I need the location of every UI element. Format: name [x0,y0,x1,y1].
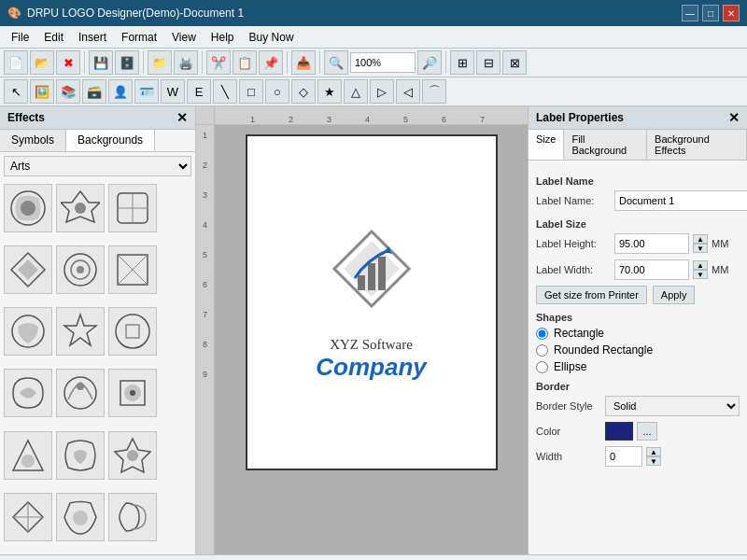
tb-rect[interactable]: □ [239,79,263,104]
effect-item[interactable] [108,431,157,480]
tb-arrow-r[interactable]: ▷ [370,79,394,104]
border-style-select[interactable]: Solid Dashed Dotted None [605,396,740,416]
effect-item[interactable] [56,493,105,541]
tb-user[interactable]: 👤 [108,79,133,104]
tb-zoom-in[interactable]: 🔍 [324,50,348,75]
tb-cut[interactable]: ✂️ [206,50,231,75]
tb-paste[interactable]: 📌 [259,50,283,75]
zoom-input[interactable]: 100% [350,52,416,73]
menu-view[interactable]: View [164,29,204,46]
toolbar-row1: 📄 📂 ✖ 💾 🗄️ 📁 🖨️ ✂️ 📋 📌 📥 🔍 100% 🔎 ⊞ ⊟ ⊠ [0,49,747,77]
shape-ellipse-radio[interactable] [536,361,548,373]
border-section: Border [536,381,740,392]
effect-item[interactable] [108,307,157,356]
border-width-up[interactable]: ▲ [646,447,661,456]
tb-save2[interactable]: 🗄️ [115,50,139,75]
apply-button[interactable]: Apply [653,286,696,304]
tb-arrow-l[interactable]: ◁ [396,79,420,104]
tb-cursor[interactable]: ╲ [213,79,237,104]
effect-item[interactable] [108,369,157,417]
tb-diamond[interactable]: ◇ [291,79,316,104]
effect-item[interactable] [56,184,105,232]
border-width-spinner[interactable]: ▲ ▼ [646,447,661,466]
tb-db[interactable]: 🗃️ [82,79,106,104]
tb-align[interactable]: ⊠ [502,50,527,75]
menu-edit[interactable]: Edit [36,29,71,46]
effect-item[interactable] [4,431,52,480]
get-printer-size-button[interactable]: Get size from Printer [536,286,647,304]
menu-buynow[interactable]: Buy Now [242,29,302,46]
ruler-vtick: 5 [203,250,207,259]
tb-triangle[interactable]: △ [344,79,368,104]
label-width-input[interactable] [614,259,689,280]
label-width-down[interactable]: ▼ [693,270,708,279]
tb-new[interactable]: 📄 [4,50,28,75]
tb-import[interactable]: 📥 [291,50,316,75]
border-width-down[interactable]: ▼ [646,456,661,466]
effect-item[interactable] [4,369,52,417]
border-color-picker-button[interactable]: ... [637,422,657,441]
tb-word[interactable]: W [161,79,185,104]
menu-format[interactable]: Format [114,29,164,46]
effect-item[interactable] [56,369,105,417]
menu-insert[interactable]: Insert [71,29,114,46]
effect-item[interactable] [4,307,52,356]
effect-item[interactable] [4,245,52,294]
label-height-spinner[interactable]: ▲ ▼ [693,234,708,253]
label-name-input[interactable] [614,190,747,211]
tb-open[interactable]: 📂 [30,50,54,75]
effects-dropdown-container[interactable]: Arts [4,156,191,176]
ruler-tick: 3 [310,115,348,124]
shape-ellipse-label: Ellipse [554,360,586,373]
border-width-input[interactable] [605,446,642,467]
effect-item[interactable] [108,184,157,232]
label-height-input[interactable] [614,233,689,254]
label-height-down[interactable]: ▼ [693,244,708,253]
tab-size[interactable]: Size [529,130,564,160]
tb-layers[interactable]: 📚 [56,79,80,104]
tb-copy[interactable]: 📋 [233,50,257,75]
tb-grid[interactable]: ⊟ [476,50,500,75]
tb-save[interactable]: 💾 [89,50,113,75]
tab-backgrounds[interactable]: Backgrounds [66,130,155,151]
tb-select[interactable]: ↖ [4,79,28,104]
tb-badge[interactable]: 🪪 [134,79,159,104]
tab-symbols[interactable]: Symbols [0,130,66,151]
effect-item[interactable] [108,245,157,294]
tb-zoom-out[interactable]: 🔎 [417,50,442,75]
tb-print-prev[interactable]: 🖨️ [174,50,198,75]
effect-item[interactable] [108,493,157,541]
tab-background-effects[interactable]: Background Effects [647,130,747,160]
tb-curve[interactable]: ⌒ [422,79,446,104]
tb-folder[interactable]: 📁 [148,50,172,75]
tb-img[interactable]: 🖼️ [30,79,54,104]
effect-item[interactable] [4,184,52,232]
canvas-document[interactable]: XYZ Software Company [246,134,498,470]
shape-rounded-radio[interactable] [536,344,548,357]
menu-help[interactable]: Help [204,29,242,46]
tb-close[interactable]: ✖ [56,50,80,75]
label-width-up[interactable]: ▲ [693,260,708,270]
border-color-swatch[interactable] [605,422,633,441]
effect-item[interactable] [56,307,105,356]
tab-fill-background[interactable]: Fill Background [564,130,647,160]
tb-ellipse[interactable]: ○ [265,79,289,104]
effect-item[interactable] [4,493,52,541]
label-height-up[interactable]: ▲ [693,234,708,244]
label-properties-close[interactable]: ✕ [728,110,740,125]
svg-point-22 [127,450,138,461]
menu-file[interactable]: File [4,29,36,46]
close-button[interactable]: ✕ [723,5,740,21]
effect-item[interactable] [56,431,105,480]
tb-excel[interactable]: E [187,79,211,104]
tb-fit[interactable]: ⊞ [450,50,474,75]
label-width-spinner[interactable]: ▲ ▼ [693,260,708,279]
maximize-button[interactable]: □ [702,5,719,21]
effect-item[interactable] [56,245,105,294]
canvas-workspace[interactable]: XYZ Software Company [215,125,528,554]
effects-close-button[interactable]: ✕ [176,110,188,125]
tb-star[interactable]: ★ [317,79,342,104]
minimize-button[interactable]: — [682,5,698,21]
shape-rectangle-radio[interactable] [536,328,548,340]
effects-category-select[interactable]: Arts [4,156,191,176]
